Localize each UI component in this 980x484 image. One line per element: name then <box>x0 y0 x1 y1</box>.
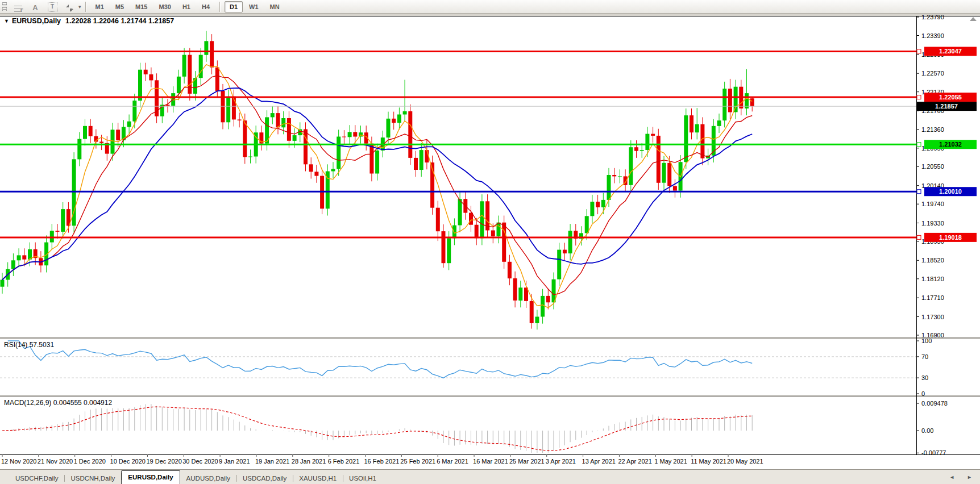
chart-canvas[interactable]: 1.237901.233901.229801.225701.221701.217… <box>0 14 980 469</box>
candle-body <box>353 132 357 136</box>
tab-scroll-left-icon[interactable]: ◄ <box>949 474 954 481</box>
candle-body <box>634 147 638 151</box>
candle-body <box>144 70 148 74</box>
timeframe-button-d1[interactable]: D1 <box>225 1 243 12</box>
objects-arrows-tool-icon[interactable] <box>61 1 77 13</box>
macd-tick-label: 0.009478 <box>921 400 948 407</box>
candle-body <box>535 317 539 323</box>
symbol-tab-eurusd[interactable]: EURUSD,Daily <box>121 470 180 484</box>
timeframe-button-m5[interactable]: M5 <box>110 1 129 12</box>
level-price-tag-label: 1.22055 <box>939 94 962 101</box>
candle-body <box>607 175 611 200</box>
textbox-tool-icon[interactable]: T <box>44 1 60 13</box>
symbol-tab-xauusd[interactable]: XAUUSD,H1 <box>293 473 343 484</box>
date-tick-label: 13 Apr 2021 <box>582 458 616 465</box>
candle-body <box>541 296 545 317</box>
collapse-triangle-icon[interactable]: ▼ <box>4 18 9 24</box>
date-tick-label: 1 Dec 2020 <box>74 458 106 465</box>
toolbar: FAT▾ M1M5M15M30H1H4D1W1MN <box>0 0 980 14</box>
candle-body <box>568 231 572 253</box>
price-tick-label: 1.23390 <box>921 32 944 39</box>
candle-body <box>11 260 15 269</box>
candle-body <box>215 68 219 91</box>
text-tool-icon[interactable]: A <box>27 1 43 13</box>
symbol-tab-audusd[interactable]: AUDUSD,Daily <box>180 473 236 484</box>
tab-scroll-right-icon[interactable]: ► <box>967 474 972 481</box>
candle-body <box>452 226 456 239</box>
candle-body <box>1 280 5 287</box>
candle-body <box>513 278 517 301</box>
candle-body <box>436 208 440 232</box>
candle-body <box>56 231 60 232</box>
candle-body <box>645 134 649 150</box>
candle-body <box>618 176 622 177</box>
candle-body <box>83 126 87 139</box>
date-tick-label: 3 Apr 2021 <box>546 458 576 465</box>
candle-body <box>408 111 412 158</box>
timeframe-button-m1[interactable]: M1 <box>90 1 109 12</box>
candle-body <box>458 199 462 225</box>
candle-body <box>342 137 346 137</box>
candle-body <box>695 124 699 133</box>
level-marker[interactable] <box>917 143 921 147</box>
chart-title: ▼EURUSD,Daily1.22028 1.22046 1.21744 1.2… <box>4 17 174 25</box>
timeframe-button-h4[interactable]: H4 <box>197 1 215 12</box>
date-tick-label: 1 May 2021 <box>654 458 687 465</box>
timeframe-button-h1[interactable]: H1 <box>177 1 196 12</box>
toolbar-drag-handle[interactable] <box>2 2 7 11</box>
symbol-tab-usoil[interactable]: USOil,H1 <box>343 473 383 484</box>
toolbar-separator <box>85 2 86 12</box>
candle-body <box>188 55 192 94</box>
date-tick-label: 22 Apr 2021 <box>618 458 651 465</box>
fibonacci-tool-icon[interactable]: F <box>10 1 26 13</box>
candle-body <box>89 126 93 136</box>
candle-body <box>728 89 732 112</box>
date-tick-label: 16 Feb 2021 <box>364 458 400 465</box>
candle-body <box>309 164 313 172</box>
candle-body <box>375 151 379 174</box>
level-marker[interactable] <box>917 95 921 99</box>
chart-symbol-label: EURUSD,Daily <box>12 17 61 25</box>
candle-body <box>331 169 335 171</box>
candle-body <box>690 115 694 132</box>
rsi-tick-label: 0 <box>921 390 925 397</box>
candle-body <box>717 120 721 126</box>
candle-body <box>629 147 633 185</box>
candle-body <box>475 225 479 239</box>
date-tick-label: 28 Jan 2021 <box>292 458 326 465</box>
candle-body <box>337 137 340 169</box>
timeframe-button-m15[interactable]: M15 <box>130 1 152 12</box>
symbol-tab-usdcnh[interactable]: USDCNH,Daily <box>64 473 121 484</box>
candle-body <box>508 262 512 278</box>
timeframe-button-m30[interactable]: M30 <box>154 1 176 12</box>
candle-body <box>700 124 704 158</box>
candle-body <box>657 136 661 183</box>
candle-body <box>392 119 396 123</box>
candle-body <box>226 97 230 123</box>
candle-body <box>138 70 142 101</box>
candle-body <box>673 186 677 191</box>
price-tick-label: 1.17710 <box>921 294 944 301</box>
date-tick-label: 30 Dec 2020 <box>182 458 218 465</box>
timeframe-button-w1[interactable]: W1 <box>244 1 264 12</box>
candle-body <box>293 135 297 141</box>
candle-body <box>403 111 407 115</box>
level-marker[interactable] <box>917 49 921 53</box>
macd-indicator-label: MACD(12,26,9) 0.004555 0.004912 <box>4 399 112 407</box>
candle-body <box>238 119 242 120</box>
candle-body <box>210 41 214 67</box>
candle-body <box>369 144 373 174</box>
candle-body <box>546 296 550 302</box>
candle-body <box>132 101 136 122</box>
price-tick-label: 1.18520 <box>921 257 944 264</box>
tools-dropdown-caret-icon[interactable]: ▾ <box>78 4 81 10</box>
level-marker[interactable] <box>917 235 921 239</box>
candle-body <box>281 118 285 127</box>
symbol-tab-usdchf[interactable]: USDCHF,Daily <box>9 473 64 484</box>
timeframe-button-mn[interactable]: MN <box>265 1 285 12</box>
candle-body <box>276 113 280 127</box>
candle-body <box>359 132 363 136</box>
macd-tick-label: -0.00777 <box>921 449 946 456</box>
symbol-tab-usdcad[interactable]: USDCAD,Daily <box>236 473 293 484</box>
level-marker[interactable] <box>917 190 921 194</box>
